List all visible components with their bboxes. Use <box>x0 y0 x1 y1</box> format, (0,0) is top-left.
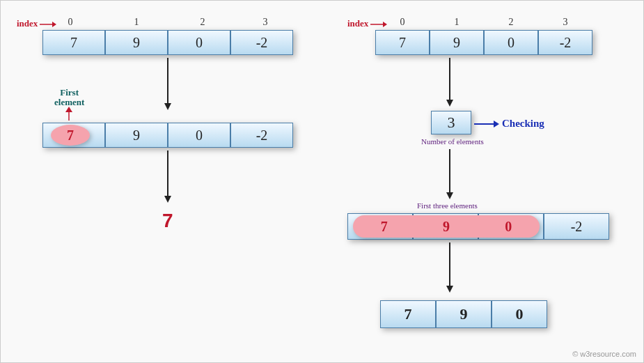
checking-label: Checking <box>502 118 544 130</box>
cell: 9 <box>430 30 484 55</box>
arrow-down-icon <box>164 150 171 203</box>
array-right-top: 7 9 0 -2 <box>375 30 592 55</box>
cell: 0 <box>484 30 538 55</box>
first-element-label: First element <box>54 88 84 108</box>
array-right-result: 7 9 0 <box>380 300 547 328</box>
n-box: 3 <box>431 111 471 134</box>
cell: 0 <box>492 300 547 328</box>
cell: -2 <box>544 213 609 240</box>
svg-marker-1 <box>52 22 56 27</box>
first-three-label: First three elements <box>417 201 478 210</box>
cell: 7 <box>375 30 430 55</box>
index-label-left: index <box>17 18 38 29</box>
highlight-oval: 7 <box>51 125 90 146</box>
n-value: 3 <box>431 111 471 134</box>
svg-marker-11 <box>446 100 453 107</box>
result-left: 7 <box>162 210 173 232</box>
svg-marker-9 <box>383 22 387 27</box>
svg-marker-3 <box>164 103 171 110</box>
cell: -2 <box>538 30 592 55</box>
number-of-elements-label: Number of elements <box>421 137 484 146</box>
index-2-left: 2 <box>196 17 210 28</box>
arrow-icon <box>40 22 56 27</box>
arrow-down-icon <box>446 242 453 293</box>
index-0-left: 0 <box>63 17 77 28</box>
index-label-right: index <box>347 18 368 29</box>
index-3-left: 3 <box>258 17 272 28</box>
cell: -2 <box>230 123 293 148</box>
index-1-left: 1 <box>129 17 143 28</box>
cell: 7 <box>42 30 105 55</box>
arrow-down-icon <box>446 149 453 199</box>
cell: -2 <box>230 30 293 55</box>
arrow-down-icon <box>164 58 171 110</box>
highlight-pill: 7 9 0 <box>353 215 540 238</box>
cell: 9 <box>105 123 168 148</box>
cell: 9 <box>436 300 492 328</box>
hl-val: 0 <box>505 219 512 235</box>
index-0-right: 0 <box>395 17 409 28</box>
svg-marker-17 <box>446 286 453 293</box>
svg-marker-5 <box>65 107 72 112</box>
array-left-top: 7 9 0 -2 <box>42 30 293 55</box>
hl-val: 9 <box>443 219 450 235</box>
label-line1: First <box>60 87 79 98</box>
footer-credit: © w3resource.com <box>572 350 636 358</box>
arrow-down-icon <box>446 58 453 107</box>
index-2-right: 2 <box>504 17 518 28</box>
svg-marker-13 <box>494 121 499 128</box>
cell: 0 <box>168 30 230 55</box>
cell: 7 <box>380 300 436 328</box>
arrow-up-icon <box>65 107 72 121</box>
svg-marker-15 <box>446 192 453 199</box>
cell: 9 <box>105 30 168 55</box>
hl-val: 7 <box>381 219 388 235</box>
index-1-right: 1 <box>450 17 464 28</box>
arrow-icon <box>370 22 387 27</box>
cell: 0 <box>168 123 230 148</box>
index-3-right: 3 <box>558 17 572 28</box>
svg-marker-7 <box>164 196 171 203</box>
arrow-right-icon <box>474 121 499 128</box>
